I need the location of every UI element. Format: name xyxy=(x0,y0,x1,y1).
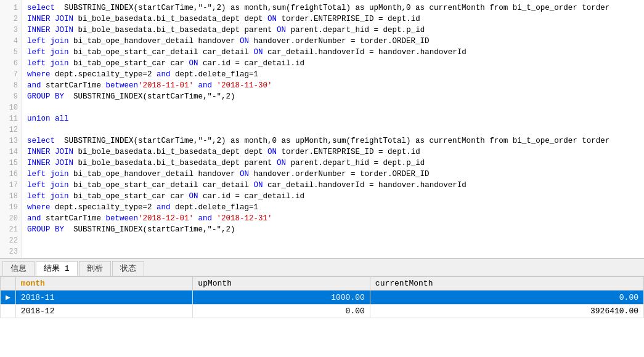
code-line xyxy=(27,235,639,246)
code-line: left join bi_tab_ope_handover_detail han… xyxy=(27,169,639,180)
line-number: 9 xyxy=(0,91,22,102)
line-number: 7 xyxy=(0,69,22,80)
code-line: INNER JOIN bi_bole_basedata.bi_t_basedat… xyxy=(27,146,639,158)
line-number: 13 xyxy=(0,135,22,146)
line-number: 4 xyxy=(0,36,22,47)
code-line: GROUP BY SUBSTRING_INDEX(startCarTime,"-… xyxy=(27,91,639,102)
line-number: 3 xyxy=(0,25,22,36)
code-line: where dept.specialty_type=2 and dept.del… xyxy=(27,69,639,80)
tab-结果-1[interactable]: 结果 1 xyxy=(36,261,78,276)
line-number: 17 xyxy=(0,180,22,191)
line-number: 1 xyxy=(0,2,22,14)
code-line: where dept.specialty_type=2 and dept.del… xyxy=(27,202,639,213)
table-row[interactable]: ▶2018-111000.000.00 xyxy=(1,291,644,305)
table-cell-month: 2018-12 xyxy=(15,305,193,318)
code-line: and startCarTime between'2018-11-01' and… xyxy=(27,80,639,91)
column-header-month[interactable]: month xyxy=(15,277,193,291)
row-indicator-header xyxy=(1,277,16,291)
code-line: INNER JOIN bi_bole_basedata.bi_t_basedat… xyxy=(27,25,639,36)
table-cell-upmonth: 0.00 xyxy=(193,305,370,318)
code-line: select SUBSTRING_INDEX(startCarTime,"-",… xyxy=(27,135,639,146)
table-row[interactable]: 2018-120.003926410.00 xyxy=(1,305,644,318)
line-number: 21 xyxy=(0,224,22,235)
table-cell-upmonth: 1000.00 xyxy=(193,291,370,305)
line-numbers: 1234567891011121314151617181920212223242… xyxy=(0,0,22,258)
code-line: INNER JOIN bi_bole_basedata.bi_t_basedat… xyxy=(27,14,639,25)
code-line: INNER JOIN bi_bole_basedata.bi_t_basedat… xyxy=(27,158,639,169)
tab-剖析[interactable]: 剖析 xyxy=(79,261,111,276)
code-line: left join bi_tab_ope_start_car_detail ca… xyxy=(27,47,639,58)
code-line: left join bi_tab_ope_start_car_detail ca… xyxy=(27,180,639,191)
tabs-bar: 信息结果 1剖析状态 xyxy=(0,259,644,276)
results-table-container[interactable]: monthupMonthcurrentMonth▶2018-111000.000… xyxy=(0,276,644,357)
line-number: 15 xyxy=(0,158,22,169)
code-line: left join bi_tab_ope_start_car car ON ca… xyxy=(27,191,639,202)
line-number: 19 xyxy=(0,202,22,213)
line-number: 10 xyxy=(0,102,22,113)
code-line xyxy=(27,102,639,113)
code-line: select SUBSTRING_INDEX(startCarTime,"-",… xyxy=(27,2,639,14)
code-line: left join bi_tab_ope_start_car car ON ca… xyxy=(27,58,639,69)
column-header-currentmonth[interactable]: currentMonth xyxy=(370,277,643,291)
code-line xyxy=(27,246,639,257)
line-number: 23 xyxy=(0,246,22,257)
row-selector xyxy=(1,305,16,318)
line-number: 11 xyxy=(0,113,22,124)
code-line: GROUP BY SUBSTRING_INDEX(startCarTime,"-… xyxy=(27,224,639,235)
code-line xyxy=(27,257,639,258)
line-number: 12 xyxy=(0,124,22,135)
editor-area: 1234567891011121314151617181920212223242… xyxy=(0,0,644,259)
bottom-panel: 信息结果 1剖析状态 monthupMonthcurrentMonth▶2018… xyxy=(0,259,644,357)
line-number: 8 xyxy=(0,80,22,91)
tab-信息[interactable]: 信息 xyxy=(2,261,35,276)
line-number: 16 xyxy=(0,169,22,180)
code-line: left join bi_tab_ope_handover_detail han… xyxy=(27,36,639,47)
row-selector: ▶ xyxy=(1,291,16,305)
code-line: and startCarTime between'2018-12-01' and… xyxy=(27,213,639,224)
code-line: union all xyxy=(27,113,639,124)
line-number: 20 xyxy=(0,213,22,224)
line-number: 6 xyxy=(0,58,22,69)
results-table: monthupMonthcurrentMonth▶2018-111000.000… xyxy=(0,276,644,318)
line-number: 14 xyxy=(0,146,22,158)
line-number: 5 xyxy=(0,47,22,58)
table-cell-currentmonth: 3926410.00 xyxy=(370,305,643,318)
column-header-upmonth[interactable]: upMonth xyxy=(193,277,370,291)
line-number: 24 xyxy=(0,257,22,258)
line-number: 22 xyxy=(0,235,22,246)
line-number: 18 xyxy=(0,191,22,202)
table-cell-month: 2018-11 xyxy=(15,291,193,305)
tab-状态[interactable]: 状态 xyxy=(112,261,144,276)
line-number: 2 xyxy=(0,14,22,25)
table-cell-currentmonth: 0.00 xyxy=(370,291,643,305)
code-content[interactable]: select SUBSTRING_INDEX(startCarTime,"-",… xyxy=(22,0,644,258)
code-line xyxy=(27,124,639,135)
